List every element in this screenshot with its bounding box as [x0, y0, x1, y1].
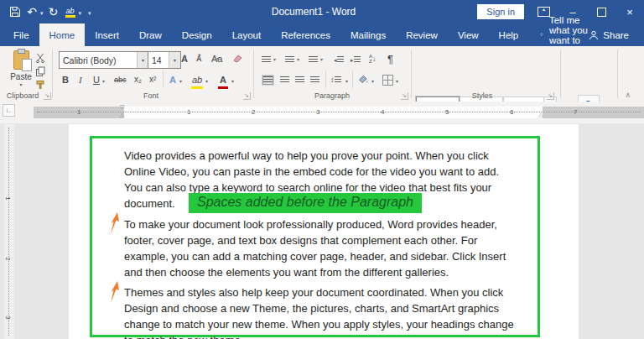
copy-button[interactable] — [35, 65, 45, 78]
ruler-number: 1 — [4, 196, 12, 200]
subscript-button[interactable]: x₂ — [134, 73, 142, 86]
doc-line: To make your document look professionall… — [124, 216, 506, 232]
close-button[interactable]: × — [615, 0, 644, 23]
font-name-dropdown[interactable]: ▾ — [137, 52, 148, 68]
ruler-number: 3 — [4, 316, 12, 319]
format-painter-button[interactable] — [35, 78, 45, 91]
text-effects-button[interactable]: A — [169, 73, 176, 86]
italic-button[interactable]: I — [79, 73, 82, 86]
highlight-dropdown[interactable]: ▾ — [205, 78, 208, 84]
font-dialog-launcher[interactable]: ↘ — [243, 92, 251, 100]
undo-dropdown[interactable]: ▾ — [40, 10, 44, 17]
highlight-qat-button[interactable]: ab — [62, 3, 79, 21]
paragraph-3[interactable]: Themes and styles also help keep your do… — [124, 284, 514, 339]
multilevel-list-icon — [309, 56, 318, 64]
launcher-icon: ↘ — [402, 92, 407, 99]
font-color-icon: A — [220, 76, 226, 85]
justify-button[interactable] — [310, 73, 319, 86]
first-line-indent-marker[interactable]: ▽ — [120, 105, 124, 110]
right-indent-marker[interactable]: △ — [538, 112, 543, 117]
customize-qat-dropdown[interactable]: ▾ — [88, 10, 91, 17]
line-spacing-dropdown[interactable]: ▾ — [345, 78, 348, 84]
tell-me-box[interactable]: Tell me what you want to do — [540, 23, 589, 46]
tab-mailings[interactable]: Mailings — [340, 23, 396, 46]
doc-line: example, you can add a matching cover pa… — [124, 248, 506, 264]
align-center-button[interactable] — [280, 73, 289, 86]
tab-review[interactable]: Review — [396, 23, 448, 46]
maximize-icon — [597, 8, 606, 17]
sign-in-button[interactable]: Sign in — [477, 4, 524, 19]
ribbon-display-options-button[interactable]: ▴ — [538, 7, 550, 17]
clear-formatting-button[interactable] — [231, 51, 242, 65]
tab-design[interactable]: Design — [172, 23, 222, 46]
strikethrough-button[interactable]: abc — [114, 73, 127, 86]
tab-insert[interactable]: Insert — [85, 23, 129, 46]
borders-dropdown[interactable]: ▾ — [396, 78, 398, 84]
subscript-icon: x₂ — [134, 76, 142, 84]
tab-file[interactable]: File — [3, 23, 39, 46]
font-color-button[interactable]: A — [218, 73, 228, 89]
multilevel-list-button[interactable] — [309, 53, 318, 66]
underline-button[interactable]: U — [93, 73, 100, 86]
horizontal-ruler[interactable]: 1 1 2 3 4 5 6 7 ▽ △ △ — [34, 107, 644, 118]
show-hide-marks-button[interactable]: ¶ — [387, 52, 393, 65]
font-color-dropdown[interactable]: ▾ — [231, 78, 234, 84]
doc-line: Themes and styles also help keep your do… — [124, 284, 514, 300]
grow-font-button[interactable]: A▴ — [181, 52, 188, 65]
tab-stop-selector[interactable]: ∟ — [3, 104, 15, 117]
borders-button[interactable] — [382, 73, 393, 86]
decrease-indent-button[interactable]: ◂ — [334, 53, 344, 66]
sort-button[interactable]: AZ ↓ — [369, 52, 377, 65]
vertical-ruler[interactable]: 1 2 3 — [4, 124, 14, 339]
multilevel-list-dropdown[interactable]: ▾ — [320, 56, 323, 62]
paragraph-2[interactable]: To make your document look professionall… — [124, 216, 506, 280]
doc-line: Online Video, you can paste in the embed… — [124, 164, 499, 180]
paragraph-dialog-launcher[interactable]: ↘ — [401, 92, 408, 100]
tab-references[interactable]: References — [271, 23, 340, 46]
tab-draw[interactable]: Draw — [129, 23, 172, 46]
font-size-dropdown[interactable]: ▾ — [169, 52, 180, 68]
justify-icon — [310, 76, 319, 84]
line-spacing-button[interactable]: ↕ — [330, 73, 341, 86]
tab-view[interactable]: View — [448, 23, 489, 46]
numbering-button[interactable] — [285, 53, 294, 66]
collapse-ribbon-button[interactable]: ∧ — [625, 91, 631, 99]
font-size-combobox[interactable]: 14 ▾ — [148, 51, 181, 69]
font-name-combobox[interactable]: Calibri (Body) ▾ — [59, 51, 149, 69]
bullets-button[interactable] — [262, 53, 271, 66]
maximize-button[interactable] — [587, 0, 615, 23]
share-button[interactable]: Share — [589, 23, 629, 46]
document-page[interactable]: Video provides a powerful way to help yo… — [69, 124, 579, 339]
tab-layout[interactable]: Layout — [222, 23, 272, 46]
bullets-dropdown[interactable]: ▾ — [273, 56, 276, 62]
underline-dropdown[interactable]: ▾ — [102, 78, 105, 84]
styles-dialog-launcher[interactable]: ↘ — [547, 92, 554, 100]
numbering-dropdown[interactable]: ▾ — [297, 56, 299, 62]
align-left-button[interactable] — [263, 73, 273, 86]
hanging-indent-marker[interactable]: △ — [120, 112, 124, 117]
scissors-icon — [35, 53, 45, 63]
highlight-button[interactable]: ab — [191, 73, 203, 89]
superscript-button[interactable]: x² — [149, 73, 156, 86]
paste-button[interactable]: Paste ▾ — [7, 50, 35, 87]
redo-button[interactable]: ↻ — [45, 3, 62, 21]
highlight-qat-dropdown[interactable]: ▾ — [79, 10, 82, 17]
align-right-button[interactable] — [295, 73, 304, 86]
change-case-button[interactable]: Aa▾ — [211, 52, 222, 65]
ruler-number: 4 — [381, 108, 384, 116]
undo-button[interactable]: ↶ — [23, 3, 40, 21]
increase-indent-button[interactable]: ▸ — [351, 53, 361, 66]
ribbon-tab-row: File Home Insert Draw Design Layout Refe… — [0, 23, 644, 46]
shading-button[interactable] — [357, 72, 369, 86]
cut-button[interactable] — [35, 51, 45, 65]
paste-dropdown[interactable]: ▾ — [7, 81, 35, 87]
shrink-font-button[interactable]: A▾ — [196, 52, 202, 65]
save-button[interactable] — [7, 3, 23, 21]
tab-help[interactable]: Help — [489, 23, 529, 46]
ruler-number: 6 — [510, 108, 513, 116]
text-effects-dropdown[interactable]: ▾ — [179, 78, 182, 84]
bold-button[interactable]: B — [62, 73, 69, 86]
clipboard-dialog-launcher[interactable]: ↘ — [44, 92, 51, 100]
tab-home[interactable]: Home — [39, 23, 86, 46]
shading-dropdown[interactable]: ▾ — [371, 78, 374, 84]
